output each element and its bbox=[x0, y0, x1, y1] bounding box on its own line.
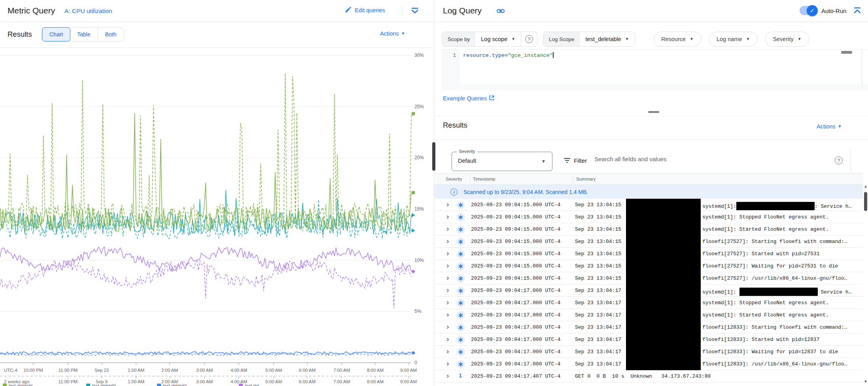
metric-results-toolbar: Results ChartTableBoth Actions ▼ bbox=[0, 22, 433, 48]
log-scope-dropdown[interactable]: Log scope ▼ bbox=[475, 32, 521, 46]
severity-default-icon bbox=[456, 213, 465, 222]
external-link-icon bbox=[489, 95, 494, 102]
log-query-header: Log Query ✓ Auto-Run bbox=[435, 0, 868, 22]
severity-dropdown-label: Severity bbox=[457, 149, 477, 154]
expand-row-icon[interactable]: › bbox=[446, 298, 449, 307]
log-message: flooefi[27527]: Started with pid=27531 bbox=[702, 251, 819, 257]
log-timestamp: 2025-09-23 09:04:15.000 UTC-4 bbox=[471, 239, 560, 245]
collapse-panel-down-icon[interactable] bbox=[410, 7, 419, 17]
editor-vscroll-track[interactable] bbox=[862, 50, 868, 85]
expand-row-icon[interactable]: › bbox=[446, 249, 449, 258]
log-scope-select[interactable]: test_deletable ▼ bbox=[580, 32, 635, 46]
log-message: systemd[1]:: Service h… bbox=[702, 202, 851, 210]
expand-row-icon[interactable]: › bbox=[446, 273, 449, 282]
log-message: flooefi[12833]: Started with pid=12837 bbox=[702, 337, 819, 343]
expand-row-icon[interactable]: › bbox=[446, 335, 449, 343]
filter-pill-label: Log name bbox=[717, 36, 742, 42]
severity-info-icon: i bbox=[459, 373, 462, 379]
example-queries-label: Example Queries bbox=[443, 95, 487, 102]
scope-help-button[interactable]: ? bbox=[521, 32, 537, 46]
auto-run-toggle[interactable]: ✓ bbox=[800, 6, 817, 15]
log-summary-prefix: GET 0 0 B 10 s Unknown 34.173.67.243:80 bbox=[575, 373, 711, 379]
editor-code-line[interactable]: resource.type="gce_instance" bbox=[460, 50, 862, 85]
expand-row-icon[interactable]: › bbox=[446, 347, 449, 356]
svg-text:0: 0 bbox=[414, 360, 417, 365]
redaction-box bbox=[736, 202, 815, 210]
svg-text:test-deletabl…: test-deletabl… bbox=[163, 383, 191, 386]
severity-default-icon bbox=[456, 286, 465, 295]
link-icon[interactable] bbox=[497, 8, 505, 16]
expand-row-icon[interactable]: › bbox=[446, 286, 449, 294]
svg-text:11:00 PM: 11:00 PM bbox=[59, 368, 78, 373]
tab-both[interactable]: Both bbox=[98, 28, 124, 41]
edit-queries-button[interactable]: Edit queries bbox=[345, 6, 385, 14]
severity-default-icon bbox=[456, 201, 465, 209]
tab-chart[interactable]: Chart bbox=[42, 27, 70, 41]
metric-query-header: Metric Query A: CPU utilization Edit que… bbox=[0, 0, 433, 22]
svg-text:15%: 15% bbox=[414, 206, 424, 212]
expand-row-icon[interactable]: › bbox=[446, 371, 449, 380]
expand-row-icon[interactable]: › bbox=[446, 212, 449, 221]
filter-pills: Resource▼Log name▼Severity▼ bbox=[654, 32, 809, 47]
scroll-down-icon[interactable]: ▼ bbox=[864, 379, 868, 384]
caret-down-icon: ▼ bbox=[838, 124, 842, 128]
svg-text:Sep 9: Sep 9 bbox=[96, 379, 108, 384]
scan-notice-banner: i Scanned up to 9/23/25, 9:04 AM. Scanne… bbox=[435, 185, 863, 199]
svg-text:11:00 PM: 11:00 PM bbox=[59, 379, 78, 384]
svg-text:2:00 AM: 2:00 AM bbox=[161, 379, 178, 384]
log-scope-group: Log Scope test_deletable ▼ bbox=[543, 32, 635, 47]
scrollbar-thumb[interactable] bbox=[864, 192, 867, 211]
expand-row-icon[interactable]: › bbox=[446, 261, 449, 270]
svg-text:3:00 AM: 3:00 AM bbox=[196, 379, 213, 384]
expand-row-icon[interactable]: › bbox=[446, 200, 449, 209]
section-divider bbox=[435, 116, 868, 116]
severity-default-icon bbox=[456, 311, 465, 320]
severity-default-icon bbox=[456, 250, 465, 258]
log-query-panel: Log Query ✓ Auto-Run Scope by Log scope … bbox=[435, 0, 868, 386]
expand-row-icon[interactable]: › bbox=[446, 359, 449, 368]
svg-text:6:00 AM: 6:00 AM bbox=[299, 379, 316, 384]
severity-default-icon bbox=[456, 237, 465, 246]
column-timestamp: Timestamp bbox=[473, 177, 495, 181]
caret-down-icon: ▼ bbox=[401, 32, 405, 36]
svg-text:1:00 AM: 1:00 AM bbox=[128, 368, 144, 373]
scroll-up-icon[interactable]: ▲ bbox=[864, 184, 868, 188]
severity-default-icon bbox=[456, 323, 465, 332]
log-scope-selected-value: test_deletable bbox=[586, 36, 621, 42]
tab-table[interactable]: Table bbox=[70, 28, 98, 41]
metric-actions-label: Actions bbox=[380, 30, 399, 37]
filter-pill-resource[interactable]: Resource▼ bbox=[654, 32, 701, 47]
expand-row-icon[interactable]: › bbox=[446, 224, 449, 233]
results-help-button[interactable]: ? bbox=[835, 156, 843, 164]
expand-row-icon[interactable]: › bbox=[446, 322, 449, 331]
collapse-panel-up-icon[interactable] bbox=[853, 7, 862, 16]
metric-actions-button[interactable]: Actions ▼ bbox=[380, 30, 405, 37]
log-message: flooefi[12833]: Starting flooefi with co… bbox=[702, 324, 847, 330]
svg-text:2:00 AM: 2:00 AM bbox=[161, 368, 178, 373]
scope-by-label: Scope by bbox=[442, 32, 475, 46]
search-input[interactable] bbox=[594, 156, 816, 162]
filter-pill-log-name[interactable]: Log name▼ bbox=[709, 32, 757, 47]
log-summary-prefix: Sep 23 13:04:15 bbox=[575, 275, 621, 281]
example-queries-link[interactable]: Example Queries bbox=[443, 95, 494, 102]
expand-row-icon[interactable]: › bbox=[446, 310, 449, 319]
filter-pill-severity[interactable]: Severity▼ bbox=[765, 32, 809, 47]
log-timestamp: 2025-09-23 09:04:17.000 UTC-4 bbox=[471, 349, 560, 355]
severity-dropdown[interactable]: Severity Default ▼ bbox=[452, 152, 552, 171]
log-summary-prefix: Sep 23 13:04:15 bbox=[575, 226, 621, 232]
log-timestamp: 2025-09-23 09:04:17.000 UTC-4 bbox=[471, 361, 560, 367]
log-summary-prefix: Sep 23 13:04:15 bbox=[575, 263, 621, 269]
caret-down-icon: ▼ bbox=[690, 37, 694, 41]
section-resize-handle[interactable] bbox=[648, 111, 659, 113]
query-editor[interactable]: 1 resource.type="gce_instance" bbox=[442, 49, 868, 90]
log-row[interactable]: ›i2025-09-23 09:04:17.407 UTC-4GET 0 0 B… bbox=[435, 370, 863, 382]
log-summary-prefix: Sep 23 13:04:15 bbox=[575, 202, 621, 208]
log-timestamp: 2025-09-23 09:04:17.407 UTC-4 bbox=[471, 373, 560, 379]
expand-row-icon[interactable]: › bbox=[446, 237, 449, 245]
log-actions-button[interactable]: Actions ▼ bbox=[817, 123, 842, 130]
redaction-overlay bbox=[626, 199, 701, 370]
editor-hscroll-thumb[interactable] bbox=[841, 51, 852, 54]
query-a-chip[interactable]: A: CPU utilization bbox=[64, 8, 112, 15]
log-summary-prefix: Sep 23 13:04:17 bbox=[575, 361, 621, 367]
svg-text:5%: 5% bbox=[414, 309, 422, 314]
